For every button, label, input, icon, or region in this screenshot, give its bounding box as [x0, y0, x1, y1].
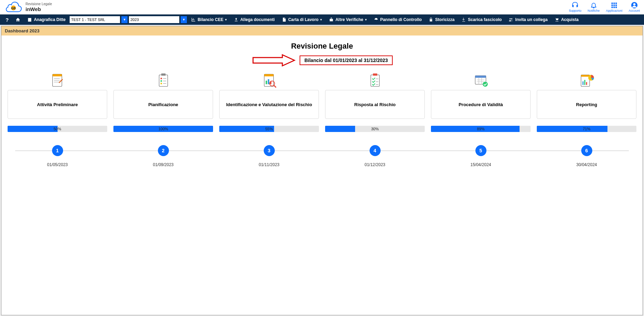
progress-label: 30%: [371, 127, 379, 131]
svg-rect-21: [161, 73, 165, 75]
top-right-menu: Supporto Notifiche Applicazioni Account: [569, 2, 640, 12]
phase-title: Reporting: [576, 102, 597, 107]
phase-title: Risposta al Rischio: [354, 102, 396, 107]
svg-line-34: [274, 85, 276, 88]
svg-rect-20: [159, 75, 168, 86]
svg-rect-31: [268, 79, 269, 84]
progress-fill: [431, 126, 520, 132]
cart-icon: [554, 17, 559, 22]
support-label: Supporto: [569, 9, 582, 12]
invita-collega-button[interactable]: Invita un collega: [506, 14, 550, 25]
content-area: Revisione Legale Bilancio dal 01/01/2023…: [1, 35, 643, 173]
arrow-annotation-icon: [251, 53, 296, 67]
caret-down-icon: ▼: [182, 18, 185, 21]
timeline-step-dot[interactable]: 1: [52, 145, 63, 156]
phase-card[interactable]: Identificazione e Valutazione del Rischi…: [219, 90, 319, 119]
phase-icon: [155, 72, 172, 89]
main-panel: Dashboard 2023 Revisione Legale Bilancio…: [1, 26, 643, 315]
anagrafica-label: Anagrafica Ditte: [34, 17, 66, 22]
progress-bar: 30%: [325, 126, 425, 132]
logo-area: GB Revisione Legale inWeb: [4, 1, 52, 13]
svg-rect-50: [584, 80, 585, 85]
svg-rect-29: [264, 74, 273, 76]
year-select[interactable]: [129, 16, 179, 23]
logo-icon: GB: [4, 1, 23, 13]
progress-bar: 100%: [113, 126, 213, 132]
help-button[interactable]: ?: [3, 14, 11, 25]
notifications-button[interactable]: Notifiche: [587, 2, 600, 12]
company-select[interactable]: [70, 16, 120, 23]
bilancio-cee-button[interactable]: Bilancio CEE▾: [188, 14, 230, 25]
toolbar: ? Anagrafica Ditte ▼ ▼ Bilancio CEE▾ All…: [0, 14, 644, 25]
svg-point-13: [510, 18, 511, 20]
account-button[interactable]: Account: [628, 2, 640, 12]
notifications-label: Notifiche: [587, 9, 600, 12]
phase-card[interactable]: Procedure di Validità: [431, 90, 531, 119]
svg-rect-30: [265, 81, 267, 84]
timeline-date: 15/04/2024: [470, 162, 491, 167]
phase-card[interactable]: Reporting: [537, 90, 636, 119]
carta-lavoro-button[interactable]: Carta di Lavoro▾: [279, 14, 325, 25]
progress-wrap: 50%: [8, 126, 107, 132]
svg-rect-41: [475, 75, 486, 78]
svg-rect-5: [612, 4, 613, 6]
progress-label: 89%: [477, 127, 484, 131]
phase-card[interactable]: Attività Preliminare: [8, 90, 107, 119]
timeline-date: 01/12/2023: [364, 162, 385, 167]
acquista-button[interactable]: Acquista: [552, 14, 581, 25]
building-icon: [27, 17, 32, 22]
people-icon: [509, 17, 513, 22]
top-header: GB Revisione Legale inWeb Supporto Notif…: [0, 0, 644, 14]
phase-card[interactable]: Pianificazione: [113, 90, 213, 119]
caret-down-icon: ▾: [365, 18, 367, 21]
progress-bar: 50%: [8, 126, 107, 132]
timeline: 1 01/05/2023 2 01/09/2023 3 01/11/2023 4…: [5, 145, 639, 167]
allega-documenti-button[interactable]: Allega documenti: [231, 14, 278, 25]
altre-verifiche-button[interactable]: Altre Verifiche▾: [326, 14, 370, 25]
highlight-row: Bilancio dal 01/01/2023 al 31/12/2023: [5, 53, 639, 67]
phase-column: Reporting 71%: [537, 72, 636, 132]
progress-fill: [325, 126, 355, 132]
phase-title: Identificazione e Valutazione del Rischi…: [226, 102, 312, 107]
timeline-point: 6 30/04/2024: [537, 145, 636, 167]
svg-rect-10: [616, 7, 617, 8]
briefcase-icon: [329, 17, 334, 22]
phase-title: Pianificazione: [148, 102, 178, 107]
applications-button[interactable]: Applicazioni: [606, 2, 622, 12]
svg-rect-48: [581, 75, 590, 77]
progress-fill: [8, 126, 58, 132]
progress-bar: 71%: [537, 126, 636, 132]
caret-down-icon: ▼: [123, 18, 126, 21]
timeline-step-dot[interactable]: 3: [264, 145, 275, 156]
anagrafica-ditte-button[interactable]: Anagrafica Ditte: [24, 14, 68, 25]
svg-rect-9: [614, 7, 615, 8]
phase-column: Procedure di Validità 89%: [431, 72, 531, 132]
timeline-step-dot[interactable]: 2: [158, 145, 169, 156]
logo-text: Revisione Legale inWeb: [26, 2, 52, 12]
timeline-step-dot[interactable]: 5: [475, 145, 486, 156]
phase-card[interactable]: Risposta al Rischio: [325, 90, 425, 119]
phase-column: Identificazione e Valutazione del Rischi…: [219, 72, 319, 132]
svg-rect-36: [373, 73, 377, 75]
pannello-controllo-button[interactable]: Pannello di Controllo: [371, 14, 425, 25]
timeline-date: 01/11/2023: [259, 162, 279, 167]
home-icon: [16, 17, 20, 22]
document-icon: [282, 17, 286, 22]
timeline-date: 30/04/2024: [576, 162, 597, 167]
scarica-fascicolo-button[interactable]: Scarica fascicolo: [459, 14, 504, 25]
company-dropdown-button[interactable]: ▼: [121, 16, 128, 23]
storicizza-button[interactable]: Storicizza: [426, 14, 457, 25]
progress-wrap: 30%: [325, 126, 425, 132]
chart-icon: [191, 17, 196, 22]
home-button[interactable]: [13, 14, 23, 25]
applications-label: Applicazioni: [606, 9, 622, 12]
gauge-icon: [374, 17, 379, 22]
timeline-point: 3 01/11/2023: [219, 145, 319, 167]
timeline-step-dot[interactable]: 4: [370, 145, 381, 156]
support-button[interactable]: Supporto: [569, 2, 582, 12]
question-icon: ?: [6, 17, 9, 23]
year-dropdown-button[interactable]: ▼: [181, 16, 187, 23]
progress-label: 55%: [265, 127, 273, 131]
svg-rect-6: [614, 4, 615, 6]
timeline-step-dot[interactable]: 6: [581, 145, 592, 156]
